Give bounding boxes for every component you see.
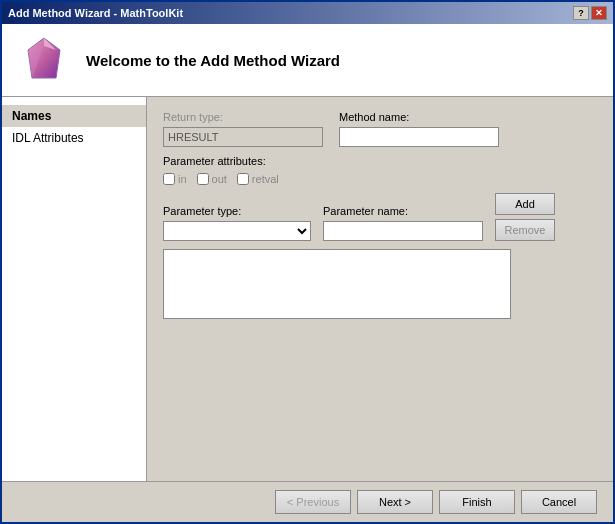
param-attrs-row: in out retval xyxy=(163,173,597,185)
title-bar-buttons: ? ✕ xyxy=(573,6,607,20)
finish-button[interactable]: Finish xyxy=(439,490,515,514)
method-name-input[interactable] xyxy=(339,127,499,147)
content-area: Names IDL Attributes Return type: Method… xyxy=(2,97,613,481)
param-type-label: Parameter type: xyxy=(163,205,311,217)
method-name-label: Method name: xyxy=(339,111,499,123)
param-attrs-section: Parameter attributes: in out retval xyxy=(163,155,597,185)
in-checkbox-label: in xyxy=(163,173,187,185)
param-name-label: Parameter name: xyxy=(323,205,483,217)
title-bar: Add Method Wizard - MathToolKit ? ✕ xyxy=(2,2,613,24)
sidebar-item-names[interactable]: Names xyxy=(2,105,146,127)
add-remove-group: Add Remove xyxy=(495,193,555,241)
sidebar: Names IDL Attributes xyxy=(2,97,147,481)
param-name-input[interactable] xyxy=(323,221,483,241)
in-checkbox[interactable] xyxy=(163,173,175,185)
main-window: Add Method Wizard - MathToolKit ? ✕ Welc… xyxy=(0,0,615,524)
previous-button[interactable]: < Previous xyxy=(275,490,351,514)
window-title: Add Method Wizard - MathToolKit xyxy=(8,7,183,19)
param-name-group: Parameter name: xyxy=(323,205,483,241)
return-type-label: Return type: xyxy=(163,111,323,123)
cancel-button[interactable]: Cancel xyxy=(521,490,597,514)
retval-checkbox[interactable] xyxy=(237,173,249,185)
param-attrs-label: Parameter attributes: xyxy=(163,155,597,167)
out-checkbox-label: out xyxy=(197,173,227,185)
wizard-title: Welcome to the Add Method Wizard xyxy=(86,52,340,69)
retval-checkbox-label: retval xyxy=(237,173,279,185)
footer-area: < Previous Next > Finish Cancel xyxy=(2,481,613,522)
close-button[interactable]: ✕ xyxy=(591,6,607,20)
remove-button[interactable]: Remove xyxy=(495,219,555,241)
help-button[interactable]: ? xyxy=(573,6,589,20)
next-button[interactable]: Next > xyxy=(357,490,433,514)
param-row: Parameter type: Parameter name: Add Remo… xyxy=(163,193,597,241)
method-name-group: Method name: xyxy=(339,111,499,147)
return-type-input xyxy=(163,127,323,147)
wizard-icon xyxy=(18,34,70,86)
main-panel: Return type: Method name: Parameter attr… xyxy=(147,97,613,481)
header-area: Welcome to the Add Method Wizard xyxy=(2,24,613,97)
out-checkbox[interactable] xyxy=(197,173,209,185)
add-button[interactable]: Add xyxy=(495,193,555,215)
return-method-row: Return type: Method name: xyxy=(163,111,597,147)
param-type-group: Parameter type: xyxy=(163,205,311,241)
sidebar-item-idl[interactable]: IDL Attributes xyxy=(2,127,146,149)
param-type-select[interactable] xyxy=(163,221,311,241)
return-type-group: Return type: xyxy=(163,111,323,147)
params-list xyxy=(163,249,511,319)
